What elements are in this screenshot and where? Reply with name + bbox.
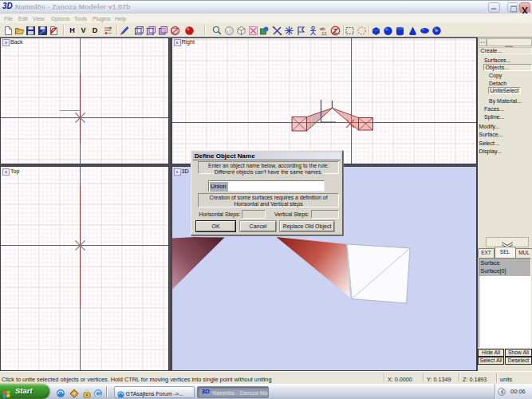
- svg-text:12: 12: [321, 31, 327, 36]
